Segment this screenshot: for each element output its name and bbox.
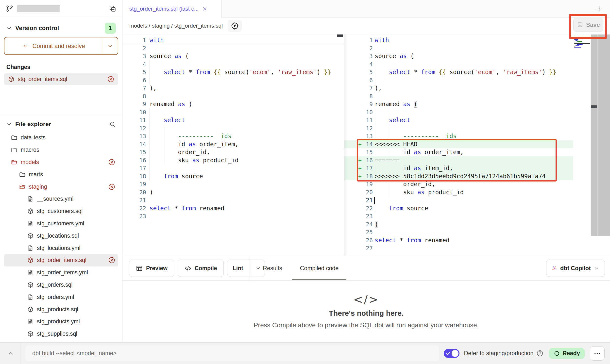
defer-toggle[interactable] (444, 349, 459, 358)
code-line[interactable]: 23 (122, 212, 344, 220)
code-line[interactable]: 20) (122, 188, 344, 197)
code-line[interactable]: 11 select (122, 116, 344, 124)
code-line[interactable]: 7), (344, 84, 573, 92)
code-line[interactable]: +18>>>>>>> 58c1dd23d5eebd9cd2495fa7124ab… (344, 172, 573, 181)
file-explorer-item-data-tests[interactable]: data-tests (4, 132, 118, 144)
code-line[interactable]: 2 (122, 44, 344, 52)
scrollbar-thumb[interactable] (337, 34, 343, 37)
code-line[interactable]: 22select * from renamed (122, 204, 344, 213)
code-line[interactable]: 15 order_id, (122, 148, 344, 156)
code-line[interactable]: 6 (344, 76, 573, 84)
code-line[interactable]: 17 (122, 164, 344, 172)
file-explorer-item-stg-customers-sql[interactable]: stg_customers.sql (4, 205, 118, 217)
code-line[interactable]: 22 from source (344, 204, 573, 213)
code-line[interactable]: 11 select (344, 116, 573, 124)
code-line[interactable]: 26select * from renamed (344, 236, 573, 245)
file-explorer-item-macros[interactable]: macros (4, 144, 118, 156)
code-line[interactable]: 10 (122, 108, 344, 116)
commit-and-resolve-button[interactable]: Commit and resolve (4, 37, 118, 55)
file-explorer-item-stg-supplies-sql[interactable]: stg_supplies.sql (4, 328, 118, 340)
preview-button[interactable]: Preview (129, 260, 174, 277)
scrollbar-track[interactable] (591, 34, 597, 236)
x-circle-icon[interactable] (108, 257, 115, 264)
code-line[interactable]: 7), (122, 84, 344, 92)
code-line[interactable]: 9renamed as ( (122, 100, 344, 108)
file-explorer-item-stg-locations-sql[interactable]: stg_locations.sql (4, 230, 118, 242)
code-line[interactable]: 10 (344, 108, 573, 116)
version-control-header[interactable]: Version control 1 (0, 22, 122, 34)
code-line[interactable]: 3source as ( (344, 52, 573, 60)
editor-pane-original[interactable]: 1with23source as (45 select * from {{ so… (122, 34, 344, 256)
file-explorer-item-stg-order-items-yml[interactable]: stg_order_items.yml (4, 266, 118, 279)
dbt-copilot-button[interactable]: dbt Copilot (546, 260, 605, 277)
file-explorer-item-stg-orders-sql[interactable]: stg_orders.sql (4, 279, 118, 291)
x-circle-icon[interactable] (107, 76, 114, 83)
x-circle-icon[interactable] (108, 183, 115, 190)
tab-compiled-code[interactable]: Compiled code (292, 256, 346, 280)
compile-button[interactable]: Compile (178, 260, 224, 277)
code-line[interactable]: 18 from source (122, 172, 344, 181)
code-line[interactable]: 1with (344, 36, 573, 44)
code-line[interactable]: 19 (122, 180, 344, 188)
code-line[interactable]: 5 select * from {{ source('ecom', 'raw_i… (122, 68, 344, 76)
file-explorer-item-staging[interactable]: staging (4, 181, 118, 193)
code-line[interactable]: 19 order_id, (344, 180, 573, 188)
tab-results[interactable]: Results (263, 256, 282, 280)
code-line[interactable]: 3source as ( (122, 52, 344, 60)
code-line[interactable]: 27 (344, 244, 573, 252)
close-icon[interactable] (202, 6, 207, 12)
file-explorer-item-stg-customers-yml[interactable]: stg_customers.yml (4, 217, 118, 230)
more-menu-button[interactable] (590, 346, 605, 361)
file-explorer-item-stg-order-items-sql[interactable]: stg_order_items.sql (4, 254, 118, 266)
commit-dropdown-button[interactable] (102, 37, 118, 54)
code-line[interactable]: 8 (344, 92, 573, 100)
minimap[interactable] (574, 36, 591, 85)
command-input[interactable]: dbt build --select <model_name> (25, 346, 439, 361)
lint-button[interactable]: Lint (227, 260, 265, 277)
scrollbar-thumb[interactable] (591, 105, 597, 108)
changed-file-row[interactable]: stg_order_items.sql (4, 73, 118, 85)
code-line[interactable]: 15 id as order_item, (344, 148, 573, 156)
file-explorer-item-stg-orders-yml[interactable]: stg_orders.yml (4, 291, 118, 303)
code-line[interactable]: 25 (344, 228, 573, 236)
code-line[interactable]: 4 (344, 60, 573, 68)
editor-pane-modified[interactable]: 1with23source as (45 select * from {{ so… (344, 34, 610, 256)
code-line[interactable]: 14 id as order_item, (122, 140, 344, 149)
code-line[interactable]: 20 sku as product_id (344, 188, 573, 197)
code-line[interactable]: +14<<<<<<< HEAD (344, 140, 573, 149)
code-line[interactable]: 5 select * from {{ source('ecom', 'raw_i… (344, 68, 573, 76)
save-button[interactable]: Save (573, 18, 603, 32)
file-explorer-item-stg-locations-yml[interactable]: stg_locations.yml (4, 242, 118, 254)
code-line[interactable]: 8 (122, 92, 344, 100)
file-explorer-item-stg-products-sql[interactable]: stg_products.sql (4, 303, 118, 315)
tab-stg-order-items[interactable]: stg_order_items.sql (last c... (122, 0, 222, 17)
code-line[interactable]: 1with (122, 36, 344, 44)
code-line[interactable]: 21 (344, 196, 573, 204)
code-line[interactable]: 2 (344, 44, 573, 52)
code-line[interactable]: 13 ---------- ids (344, 132, 573, 140)
file-explorer-item-marts[interactable]: marts (4, 168, 118, 181)
code-line[interactable]: 23 (344, 212, 573, 220)
file-explorer-item-models[interactable]: models (4, 156, 118, 168)
x-circle-icon[interactable] (108, 159, 115, 166)
code-line[interactable]: +17 id as item_id, (344, 164, 573, 172)
file-explorer-item--sources-yml[interactable]: __sources.yml (4, 193, 118, 205)
code-line[interactable]: +16======= (344, 156, 573, 165)
code-line[interactable]: 12 (344, 124, 573, 132)
code-line[interactable]: 4 (122, 60, 344, 68)
code-line[interactable]: 6 (122, 76, 344, 84)
expand-panel-button[interactable] (5, 348, 16, 359)
code-line[interactable]: 24) (344, 220, 573, 229)
code-line[interactable]: 12 (122, 124, 344, 132)
file-explorer-header[interactable]: File explorer (0, 118, 122, 130)
lineage-button[interactable] (228, 20, 242, 32)
code-line[interactable]: 13 ---------- ids (122, 132, 344, 140)
file-explorer-item-stg-products-yml[interactable]: stg_products.yml (4, 315, 118, 328)
code-line[interactable]: 9renamed as ( (344, 100, 573, 108)
new-tab-button[interactable] (594, 3, 605, 14)
help-icon[interactable] (536, 350, 543, 357)
code-line[interactable]: 16 sku as product_id (122, 156, 344, 165)
copy-icon[interactable] (109, 5, 116, 12)
code-line[interactable]: 21 (122, 196, 344, 204)
search-icon[interactable] (109, 121, 116, 128)
